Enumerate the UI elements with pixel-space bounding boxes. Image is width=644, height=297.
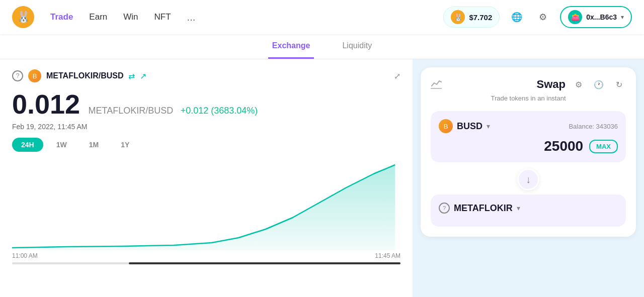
- nav-item-win[interactable]: Win: [123, 12, 138, 22]
- logo[interactable]: 🐰: [12, 6, 34, 28]
- token-icon: B: [28, 69, 41, 82]
- swap-title-group: Swap ⚙ 🕐 ↻: [537, 77, 626, 91]
- swap-refresh-icon[interactable]: ↻: [612, 77, 626, 91]
- swap-history-icon[interactable]: 🕐: [592, 77, 606, 91]
- chart-title-row: ? B METAFLOKIR/BUSD ⇄ ↗: [12, 69, 146, 82]
- token-select-row: B BUSD ▾ Balance: 343036: [439, 119, 618, 133]
- settings-icon[interactable]: ⚙: [534, 8, 552, 26]
- help-icon[interactable]: ?: [12, 70, 23, 81]
- swap-settings-icon[interactable]: ⚙: [572, 77, 586, 91]
- swap-header: Swap ⚙ 🕐 ↻: [431, 77, 626, 91]
- pair-name: METAFLOKIR/BUSD: [46, 71, 123, 80]
- max-button[interactable]: MAX: [589, 140, 618, 153]
- chart-x-label-end: 11:45 AM: [375, 252, 400, 259]
- logo-emoji: 🐰: [17, 11, 30, 24]
- nav-more[interactable]: ...: [187, 12, 196, 23]
- wallet-button[interactable]: 👛 0x...B6c3 ▾: [560, 6, 632, 28]
- from-token-chevron-icon: ▾: [487, 122, 490, 130]
- chart-header: ? B METAFLOKIR/BUSD ⇄ ↗ ⤢: [12, 69, 400, 82]
- tabs-bar: Exchange Liquidity: [0, 34, 644, 59]
- nav-item-earn[interactable]: Earn: [89, 12, 107, 22]
- chart-x-label-start: 11:00 AM: [12, 252, 38, 259]
- from-token-section: B BUSD ▾ Balance: 343036 25000 MAX: [431, 111, 626, 162]
- swap-panel: Swap ⚙ 🕐 ↻ Trade tokens in an instant B …: [413, 59, 644, 297]
- main-nav: Trade Earn Win NFT ...: [50, 12, 427, 23]
- swap-arrows-icon[interactable]: ⇄: [128, 71, 135, 81]
- balance-icon: 🐰: [451, 10, 465, 24]
- from-token-amount: 25000: [544, 138, 583, 154]
- main-content: ? B METAFLOKIR/BUSD ⇄ ↗ ⤢ 0.012 METAFLOK…: [0, 59, 644, 297]
- balance-badge[interactable]: 🐰 $7.702: [443, 7, 500, 28]
- expand-icon[interactable]: ⤢: [394, 71, 400, 81]
- chart-x-labels: 11:00 AM 11:45 AM: [12, 250, 400, 261]
- to-token-select-row: ? METAFLOKIR ▾: [439, 203, 618, 214]
- tab-exchange[interactable]: Exchange: [268, 34, 314, 59]
- price-pair-label: METAFLOKIR/BUSD: [89, 106, 174, 116]
- wallet-address: 0x...B6c3: [586, 13, 617, 21]
- chart-area: [12, 160, 400, 250]
- price-chart: [12, 160, 400, 250]
- date-label: Feb 19, 2022, 11:45 AM: [12, 123, 400, 131]
- balance-text: $7.702: [469, 13, 492, 22]
- nav-item-trade[interactable]: Trade: [50, 12, 73, 22]
- nav-item-nft[interactable]: NFT: [154, 12, 171, 22]
- to-token-chevron-icon: ▾: [517, 204, 520, 212]
- busd-icon: B: [439, 119, 453, 133]
- chart-panel: ? B METAFLOKIR/BUSD ⇄ ↗ ⤢ 0.012 METAFLOK…: [0, 59, 413, 297]
- price-display: 0.012 METAFLOKIR/BUSD +0.012 (3683.04%): [12, 88, 400, 120]
- globe-icon[interactable]: 🌐: [508, 8, 526, 26]
- chevron-down-icon: ▾: [621, 14, 624, 21]
- time-filter-24h[interactable]: 24H: [12, 138, 43, 152]
- to-token-name: METAFLOKIR: [454, 203, 513, 214]
- to-token-select[interactable]: ? METAFLOKIR ▾: [439, 203, 520, 214]
- swap-arrow-button: ↓: [431, 168, 626, 190]
- time-filter-1m[interactable]: 1M: [80, 138, 108, 152]
- time-filter-1w[interactable]: 1W: [47, 138, 76, 152]
- trending-icon[interactable]: ↗: [140, 71, 146, 81]
- from-token-name: BUSD: [457, 121, 482, 132]
- price-value: 0.012: [12, 89, 80, 119]
- time-filter-1y[interactable]: 1Y: [112, 138, 138, 152]
- chart-line-icon[interactable]: [431, 78, 442, 91]
- chart-scrollbar-thumb: [129, 262, 400, 264]
- from-token-select[interactable]: B BUSD ▾: [439, 119, 490, 133]
- swap-card: Swap ⚙ 🕐 ↻ Trade tokens in an instant B …: [421, 67, 636, 237]
- to-token-section: ? METAFLOKIR ▾: [431, 194, 626, 227]
- chart-scrollbar[interactable]: [12, 262, 400, 264]
- to-token-help-icon: ?: [439, 203, 450, 214]
- swap-subtitle: Trade tokens in an instant: [431, 94, 626, 102]
- swap-title: Swap: [537, 78, 566, 91]
- swap-direction-button[interactable]: ↓: [517, 168, 539, 190]
- price-change: +0.012 (3683.04%): [181, 106, 258, 116]
- tab-liquidity[interactable]: Liquidity: [338, 34, 376, 59]
- token-amount-row: 25000 MAX: [439, 138, 618, 154]
- time-filters: 24H 1W 1M 1Y: [12, 138, 400, 152]
- header-right: 🐰 $7.702 🌐 ⚙ 👛 0x...B6c3 ▾: [443, 6, 632, 28]
- header: 🐰 Trade Earn Win NFT ... 🐰 $7.702 🌐 ⚙ 👛 …: [0, 0, 644, 34]
- token-balance: Balance: 343036: [569, 123, 618, 130]
- wallet-icon: 👛: [568, 10, 582, 24]
